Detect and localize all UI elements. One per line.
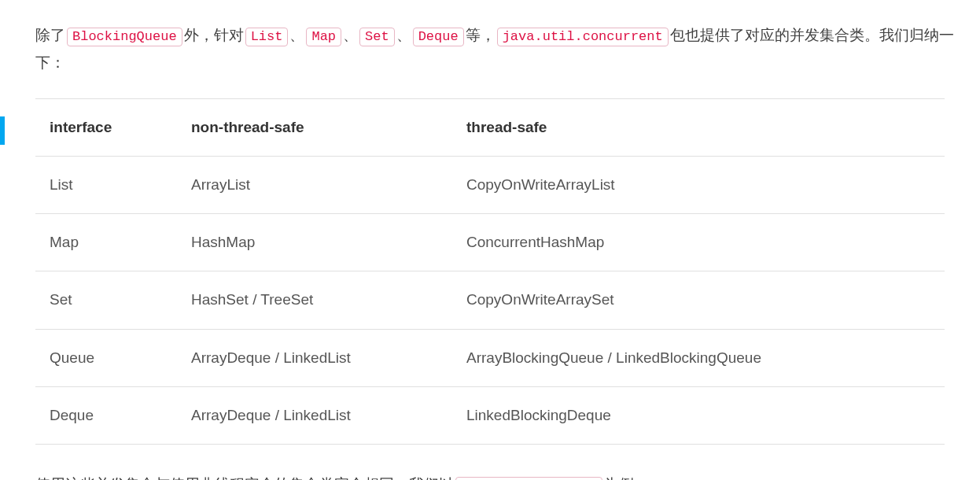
intro-text: 、 (289, 27, 304, 43)
intro-paragraph: 除了BlockingQueue外，针对List、Map、Set、Deque等，j… (35, 22, 964, 76)
intro-text: 等， (466, 27, 496, 43)
code-list: List (245, 28, 289, 46)
code-concurrenthashmap: ConcurrentHashMap (455, 477, 602, 480)
table-row: List ArrayList CopyOnWriteArrayList (35, 156, 945, 213)
header-non-thread-safe: non-thread-safe (177, 98, 452, 156)
outro-paragraph: 使用这些并发集合与使用非线程安全的集合类完全相同。我们以ConcurrentHa… (35, 471, 964, 480)
cell-non-thread-safe: HashSet / TreeSet (177, 271, 452, 329)
intro-text: 外，针对 (184, 27, 244, 43)
content-wrapper: 除了BlockingQueue外，针对List、Map、Set、Deque等，j… (0, 22, 980, 480)
cell-non-thread-safe: HashMap (177, 214, 452, 271)
table-row: Set HashSet / TreeSet CopyOnWriteArraySe… (35, 271, 945, 329)
cell-thread-safe: ArrayBlockingQueue / LinkedBlockingQueue (452, 329, 945, 386)
table-row: Map HashMap ConcurrentHashMap (35, 214, 945, 271)
section-indicator-bar (0, 116, 5, 145)
code-blockingqueue: BlockingQueue (67, 28, 182, 46)
cell-thread-safe: CopyOnWriteArrayList (452, 156, 945, 213)
header-thread-safe: thread-safe (452, 98, 945, 156)
code-deque: Deque (413, 28, 464, 46)
cell-non-thread-safe: ArrayList (177, 156, 452, 213)
cell-non-thread-safe: ArrayDeque / LinkedList (177, 386, 452, 444)
cell-interface: Deque (35, 386, 177, 444)
header-interface: interface (35, 98, 177, 156)
intro-text: 、 (396, 27, 411, 43)
code-map: Map (306, 28, 341, 46)
cell-interface: Map (35, 214, 177, 271)
table-row: Deque ArrayDeque / LinkedList LinkedBloc… (35, 386, 945, 444)
code-set: Set (359, 28, 395, 46)
collections-table: interface non-thread-safe thread-safe Li… (35, 98, 945, 445)
intro-text: 、 (343, 27, 358, 43)
outro-text: 使用这些并发集合与使用非线程安全的集合类完全相同。我们以 (35, 476, 454, 480)
cell-thread-safe: ConcurrentHashMap (452, 214, 945, 271)
outro-text: 为例： (604, 476, 649, 480)
cell-interface: List (35, 156, 177, 213)
cell-interface: Set (35, 271, 177, 329)
cell-interface: Queue (35, 329, 177, 386)
intro-text: 除了 (35, 27, 65, 43)
code-juc-package: java.util.concurrent (497, 28, 669, 46)
table-header-row: interface non-thread-safe thread-safe (35, 98, 945, 156)
cell-thread-safe: CopyOnWriteArraySet (452, 271, 945, 329)
table-row: Queue ArrayDeque / LinkedList ArrayBlock… (35, 329, 945, 386)
cell-non-thread-safe: ArrayDeque / LinkedList (177, 329, 452, 386)
cell-thread-safe: LinkedBlockingDeque (452, 386, 945, 444)
